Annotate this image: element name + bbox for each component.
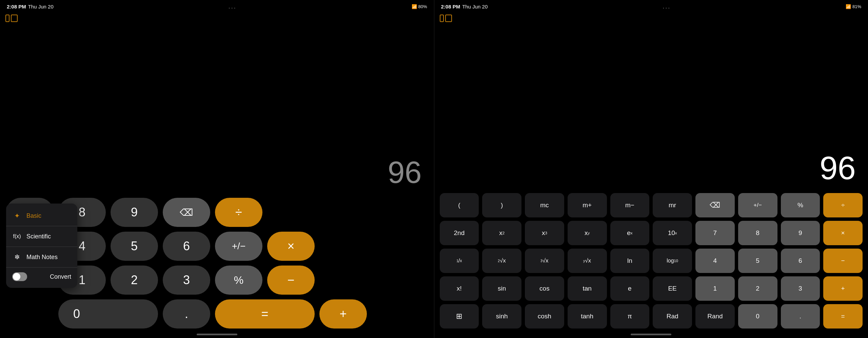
sci-key-ex[interactable]: ex xyxy=(610,221,650,245)
sci-key-pi[interactable]: π xyxy=(610,304,650,329)
mathnotes-icon: ✼ xyxy=(12,252,22,262)
key-percent[interactable]: % xyxy=(215,266,262,295)
sci-key-e[interactable]: e xyxy=(610,276,650,301)
key-5[interactable]: 5 xyxy=(111,232,158,261)
key-6[interactable]: 6 xyxy=(163,232,210,261)
dropdown-menu: ✦ Basic f(x) Scientific ✼ Math Notes Con… xyxy=(6,204,77,288)
home-indicator-left xyxy=(197,334,237,335)
sci-key-mc[interactable]: mc xyxy=(525,193,564,217)
sidebar-right-rect-r xyxy=(445,15,452,22)
display-value-right: 96 xyxy=(820,152,856,184)
sci-key-minus[interactable]: − xyxy=(823,249,863,273)
sci-key-rad[interactable]: Rad xyxy=(653,304,692,329)
sci-key-2nd[interactable]: 2nd xyxy=(440,221,479,245)
menu-divider-3 xyxy=(6,267,77,268)
sci-key-plus[interactable]: + xyxy=(823,276,863,301)
sci-key-open-paren[interactable]: ( xyxy=(440,193,479,217)
toolbar-left xyxy=(0,11,434,26)
sci-key-mplus[interactable]: m+ xyxy=(568,193,607,217)
sci-key-tan[interactable]: tan xyxy=(568,276,607,301)
sci-key-mr[interactable]: mr xyxy=(653,193,692,217)
key-equals[interactable]: = xyxy=(215,299,315,329)
key-plus[interactable]: + xyxy=(319,299,367,329)
sci-key-7[interactable]: 7 xyxy=(695,221,735,245)
sci-key-xy[interactable]: xy xyxy=(568,221,607,245)
key-backspace[interactable]: ⌫ xyxy=(163,198,210,227)
sci-key-sqrt3[interactable]: 3√x xyxy=(525,249,564,273)
sci-key-sqrty[interactable]: y√x xyxy=(568,249,607,273)
sci-key-2[interactable]: 2 xyxy=(738,276,777,301)
sci-key-sqrt2[interactable]: 2√x xyxy=(482,249,521,273)
sci-key-9[interactable]: 9 xyxy=(781,221,820,245)
keypad-row-4: 0 . = + xyxy=(6,299,428,329)
key-dot[interactable]: . xyxy=(163,299,210,329)
status-bar-right: 2:08 PM Thu Jun 20 ... 📶 81% xyxy=(434,0,868,11)
sci-key-ee[interactable]: EE xyxy=(653,276,692,301)
home-indicator-right xyxy=(631,334,671,335)
menu-scientific[interactable]: f(x) Scientific xyxy=(6,228,77,245)
sci-row-1: ( ) mc m+ m− mr ⌫ +/− % ÷ xyxy=(440,193,863,217)
sci-key-3[interactable]: 3 xyxy=(781,276,820,301)
date-right: Thu Jun 20 xyxy=(462,4,488,9)
scientific-label: Scientific xyxy=(26,233,51,240)
sidebar-toggle-left[interactable] xyxy=(5,15,18,22)
sci-key-10x[interactable]: 10x xyxy=(653,221,692,245)
left-panel: 2:08 PM Thu Jun 20 ... 📶 80% 96 ✦ Basic … xyxy=(0,0,434,338)
wifi-right: 📶 81% xyxy=(846,4,861,9)
status-bar-left: 2:08 PM Thu Jun 20 ... 📶 80% xyxy=(0,0,434,11)
dots-right: ... xyxy=(663,3,671,10)
sidebar-left-rect-r xyxy=(440,15,444,22)
menu-basic[interactable]: ✦ Basic xyxy=(6,207,77,225)
sci-key-grid[interactable]: ⊞ xyxy=(440,304,479,329)
sci-key-mminus[interactable]: m− xyxy=(610,193,650,217)
sci-key-ln[interactable]: ln xyxy=(610,249,650,273)
sci-key-plusminus[interactable]: +/− xyxy=(738,193,777,217)
sci-key-5[interactable]: 5 xyxy=(738,249,777,273)
sci-key-log10[interactable]: log10 xyxy=(653,249,692,273)
sci-key-cos[interactable]: cos xyxy=(525,276,564,301)
mathnotes-label: Math Notes xyxy=(26,254,58,261)
sci-key-equals[interactable]: = xyxy=(823,304,863,329)
sidebar-left-rect xyxy=(5,15,9,22)
sci-key-recip[interactable]: 1/x xyxy=(440,249,479,273)
sci-key-dot[interactable]: . xyxy=(781,304,820,329)
sidebar-toggle-right[interactable] xyxy=(440,15,452,22)
date-left: Thu Jun 20 xyxy=(28,4,54,9)
sci-key-rand[interactable]: Rand xyxy=(695,304,735,329)
sci-key-factorial[interactable]: x! xyxy=(440,276,479,301)
sci-key-6[interactable]: 6 xyxy=(781,249,820,273)
scientific-keypad: ( ) mc m+ m− mr ⌫ +/− % ÷ 2nd x2 x3 xy e… xyxy=(434,190,868,338)
menu-divider-1 xyxy=(6,226,77,226)
sci-key-0[interactable]: 0 xyxy=(738,304,777,329)
key-2[interactable]: 2 xyxy=(111,266,158,295)
menu-convert-row: Convert xyxy=(6,269,77,284)
sci-key-percent[interactable]: % xyxy=(781,193,820,217)
sci-key-8[interactable]: 8 xyxy=(738,221,777,245)
sci-key-close-paren[interactable]: ) xyxy=(482,193,521,217)
sci-key-sin[interactable]: sin xyxy=(482,276,521,301)
sci-key-x2[interactable]: x2 xyxy=(482,221,521,245)
key-multiply[interactable]: × xyxy=(267,232,315,261)
key-9[interactable]: 9 xyxy=(111,198,158,227)
menu-divider-2 xyxy=(6,247,77,247)
sci-row-4: x! sin cos tan e EE 1 2 3 + xyxy=(440,276,863,301)
sci-key-divide[interactable]: ÷ xyxy=(823,193,863,217)
sci-key-multiply[interactable]: × xyxy=(823,221,863,245)
sci-key-4[interactable]: 4 xyxy=(695,249,735,273)
key-0[interactable]: 0 xyxy=(58,299,158,329)
sci-key-x3[interactable]: x3 xyxy=(525,221,564,245)
convert-label: Convert xyxy=(50,273,71,280)
sci-key-sinh[interactable]: sinh xyxy=(482,304,521,329)
sci-key-cosh[interactable]: cosh xyxy=(525,304,564,329)
key-plusminus[interactable]: +/− xyxy=(215,232,262,261)
sci-row-5: ⊞ sinh cosh tanh π Rad Rand 0 . = xyxy=(440,304,863,329)
key-3[interactable]: 3 xyxy=(163,266,210,295)
key-divide[interactable]: ÷ xyxy=(215,198,262,227)
menu-mathnotes[interactable]: ✼ Math Notes xyxy=(6,248,77,266)
sci-key-1[interactable]: 1 xyxy=(695,276,735,301)
right-panel: 2:08 PM Thu Jun 20 ... 📶 81% 96 ( ) mc m… xyxy=(434,0,868,338)
sci-key-backspace[interactable]: ⌫ xyxy=(695,193,735,217)
convert-toggle[interactable] xyxy=(12,272,27,281)
key-minus[interactable]: − xyxy=(267,266,315,295)
sci-key-tanh[interactable]: tanh xyxy=(568,304,607,329)
